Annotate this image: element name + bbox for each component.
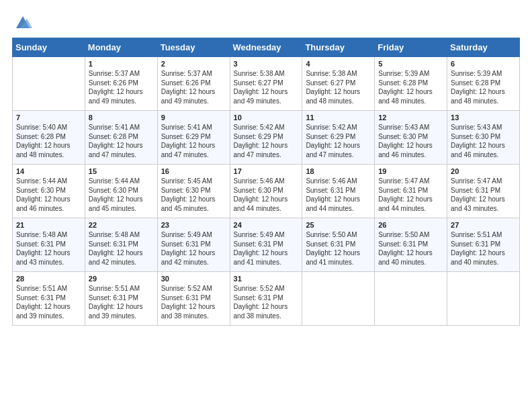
weekday-header: Thursday xyxy=(302,38,375,57)
cell-line: and 40 minutes. xyxy=(451,258,516,267)
day-number: 28 xyxy=(16,275,81,283)
cell-line: Sunset: 6:31 PM xyxy=(234,240,299,249)
cell-line: and 42 minutes. xyxy=(161,258,226,267)
cell-line: Sunset: 6:31 PM xyxy=(16,293,81,303)
logo xyxy=(12,12,32,31)
logo-icon xyxy=(13,12,32,31)
cell-line: Sunrise: 5:46 AM xyxy=(234,177,299,186)
cell-line: Sunrise: 5:52 AM xyxy=(234,284,299,293)
cell-line: Daylight: 12 hours xyxy=(451,141,516,150)
calendar-cell: 25Sunrise: 5:50 AMSunset: 6:31 PMDayligh… xyxy=(302,218,375,272)
calendar-header-row: SundayMondayTuesdayWednesdayThursdayFrid… xyxy=(13,38,520,57)
cell-line: and 40 minutes. xyxy=(378,258,443,267)
cell-line: Sunset: 6:29 PM xyxy=(306,132,371,142)
cell-line: Daylight: 12 hours xyxy=(16,195,81,204)
calendar-cell: 11Sunrise: 5:42 AMSunset: 6:29 PMDayligh… xyxy=(302,111,375,165)
cell-line: Sunrise: 5:38 AM xyxy=(234,69,299,79)
day-number: 23 xyxy=(161,221,226,229)
cell-line: Sunset: 6:31 PM xyxy=(378,186,443,195)
cell-line: and 47 minutes. xyxy=(234,150,299,160)
cell-line: Sunrise: 5:46 AM xyxy=(306,177,371,186)
cell-line: Daylight: 12 hours xyxy=(89,195,154,204)
cell-line: Sunrise: 5:41 AM xyxy=(89,123,154,132)
cell-line: and 44 minutes. xyxy=(306,204,371,214)
day-number: 16 xyxy=(161,167,226,175)
cell-line: Sunset: 6:31 PM xyxy=(378,240,443,249)
cell-line: Sunrise: 5:43 AM xyxy=(378,123,443,132)
cell-line: Daylight: 12 hours xyxy=(161,195,226,204)
calendar-cell: 17Sunrise: 5:46 AMSunset: 6:30 PMDayligh… xyxy=(230,165,302,218)
cell-line: Sunrise: 5:47 AM xyxy=(378,177,443,186)
day-number: 24 xyxy=(234,221,299,229)
cell-line: and 48 minutes. xyxy=(451,97,516,106)
cell-line: Sunrise: 5:52 AM xyxy=(161,284,226,293)
calendar-cell xyxy=(447,272,520,326)
cell-line: Sunset: 6:31 PM xyxy=(16,240,81,249)
day-number: 13 xyxy=(451,113,516,122)
calendar-cell xyxy=(13,57,85,111)
cell-line: and 49 minutes. xyxy=(234,97,299,106)
cell-line: and 47 minutes. xyxy=(306,150,371,160)
cell-line: Daylight: 12 hours xyxy=(16,141,81,150)
day-number: 15 xyxy=(89,167,154,175)
cell-line: Sunrise: 5:51 AM xyxy=(89,284,154,293)
cell-line: Sunset: 6:31 PM xyxy=(234,293,299,303)
day-number: 11 xyxy=(306,113,371,122)
calendar-cell: 2Sunrise: 5:37 AMSunset: 6:26 PMDaylight… xyxy=(157,57,230,111)
day-number: 3 xyxy=(234,60,299,68)
calendar-cell: 19Sunrise: 5:47 AMSunset: 6:31 PMDayligh… xyxy=(375,165,447,218)
cell-line: and 48 minutes. xyxy=(306,97,371,106)
cell-line: Daylight: 12 hours xyxy=(451,195,516,204)
cell-line: Sunset: 6:31 PM xyxy=(161,293,226,303)
cell-line: Sunrise: 5:48 AM xyxy=(16,230,81,240)
calendar-cell: 15Sunrise: 5:44 AMSunset: 6:30 PMDayligh… xyxy=(85,165,157,218)
cell-line: Sunrise: 5:43 AM xyxy=(451,123,516,132)
cell-line: Sunset: 6:29 PM xyxy=(161,132,226,142)
cell-line: and 38 minutes. xyxy=(161,312,226,321)
cell-line: Daylight: 12 hours xyxy=(306,248,371,258)
cell-line: Daylight: 12 hours xyxy=(89,248,154,258)
cell-line: Sunset: 6:30 PM xyxy=(89,186,154,195)
day-number: 4 xyxy=(306,60,371,68)
calendar-cell: 10Sunrise: 5:42 AMSunset: 6:29 PMDayligh… xyxy=(230,111,302,165)
cell-line: Sunset: 6:31 PM xyxy=(306,186,371,195)
cell-line: Sunrise: 5:38 AM xyxy=(306,69,371,79)
cell-line: Sunset: 6:27 PM xyxy=(306,79,371,88)
cell-line: Sunrise: 5:51 AM xyxy=(16,284,81,293)
calendar-week-row: 14Sunrise: 5:44 AMSunset: 6:30 PMDayligh… xyxy=(13,165,520,218)
cell-line: Sunset: 6:31 PM xyxy=(89,240,154,249)
cell-line: Daylight: 12 hours xyxy=(89,302,154,312)
cell-line: Daylight: 12 hours xyxy=(234,302,299,312)
cell-line: Sunset: 6:31 PM xyxy=(451,186,516,195)
calendar-week-row: 7Sunrise: 5:40 AMSunset: 6:28 PMDaylight… xyxy=(13,111,520,165)
day-number: 5 xyxy=(378,60,443,68)
day-number: 21 xyxy=(16,221,81,229)
cell-line: Daylight: 12 hours xyxy=(306,87,371,97)
calendar-cell: 31Sunrise: 5:52 AMSunset: 6:31 PMDayligh… xyxy=(230,272,302,326)
calendar-cell: 7Sunrise: 5:40 AMSunset: 6:28 PMDaylight… xyxy=(13,111,85,165)
calendar-cell: 26Sunrise: 5:50 AMSunset: 6:31 PMDayligh… xyxy=(375,218,447,272)
cell-line: and 45 minutes. xyxy=(161,204,226,214)
cell-line: Daylight: 12 hours xyxy=(306,195,371,204)
cell-line: Sunrise: 5:50 AM xyxy=(306,230,371,240)
cell-line: Daylight: 12 hours xyxy=(16,248,81,258)
cell-line: and 49 minutes. xyxy=(89,97,154,106)
cell-line: and 39 minutes. xyxy=(16,312,81,321)
calendar-cell: 9Sunrise: 5:41 AMSunset: 6:29 PMDaylight… xyxy=(157,111,230,165)
day-number: 7 xyxy=(16,113,81,122)
weekday-header: Wednesday xyxy=(230,38,302,57)
calendar-cell: 14Sunrise: 5:44 AMSunset: 6:30 PMDayligh… xyxy=(13,165,85,218)
calendar-cell xyxy=(302,272,375,326)
weekday-header: Sunday xyxy=(13,38,85,57)
weekday-header: Saturday xyxy=(447,38,520,57)
cell-line: and 42 minutes. xyxy=(89,258,154,267)
cell-line: Daylight: 12 hours xyxy=(161,248,226,258)
day-number: 6 xyxy=(451,60,516,68)
cell-line: Daylight: 12 hours xyxy=(161,141,226,150)
calendar-cell: 24Sunrise: 5:49 AMSunset: 6:31 PMDayligh… xyxy=(230,218,302,272)
day-number: 12 xyxy=(378,113,443,122)
calendar-cell: 22Sunrise: 5:48 AMSunset: 6:31 PMDayligh… xyxy=(85,218,157,272)
cell-line: Sunrise: 5:49 AM xyxy=(161,230,226,240)
calendar-cell: 4Sunrise: 5:38 AMSunset: 6:27 PMDaylight… xyxy=(302,57,375,111)
cell-line: Sunrise: 5:37 AM xyxy=(89,69,154,79)
